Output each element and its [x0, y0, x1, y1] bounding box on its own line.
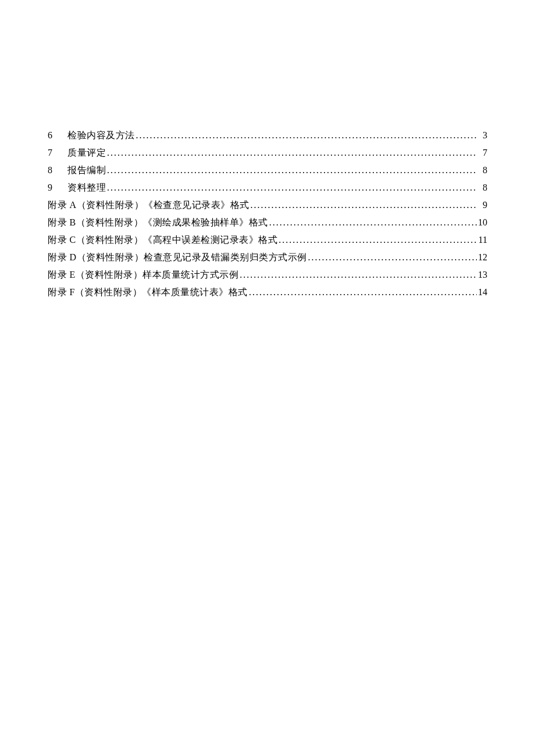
toc-label: 资料整理 [67, 183, 106, 192]
toc-page: 9 [477, 200, 487, 210]
toc-appendix-entry: 附录 A（资料性附录）《检查意见记录表》格式 9 [48, 200, 487, 210]
toc-page: 3 [477, 131, 487, 140]
toc-leader [248, 288, 477, 297]
toc-leader [106, 148, 477, 157]
toc-number: 9 [48, 183, 67, 192]
toc-container: 6 检验内容及方法 3 7 质量评定 7 8 报告编制 8 9 资料整理 8 附… [48, 131, 487, 305]
toc-appendix-entry: 附录 D（资料性附录）检查意见记录及错漏类别归类方式示例 12 [48, 253, 487, 262]
toc-entry: 6 检验内容及方法 3 [48, 131, 487, 140]
toc-number: 8 [48, 166, 67, 175]
toc-leader [277, 235, 477, 245]
toc-entry: 7 质量评定 7 [48, 148, 487, 157]
toc-page: 8 [477, 183, 487, 192]
toc-label: 附录 E（资料性附录）样本质量统计方式示例 [48, 270, 238, 280]
toc-label: 报告编制 [67, 166, 106, 175]
toc-page: 11 [477, 235, 487, 245]
toc-label: 附录 C（资料性附录）《高程中误差检测记录表》格式 [48, 235, 277, 245]
toc-appendix-entry: 附录 F（资料性附录）《样本质量统计表》格式 14 [48, 288, 487, 297]
toc-leader [307, 253, 477, 262]
toc-label: 附录 A（资料性附录）《检查意见记录表》格式 [48, 200, 249, 210]
toc-page: 7 [477, 148, 487, 157]
toc-number: 7 [48, 148, 67, 157]
toc-appendix-entry: 附录 C（资料性附录）《高程中误差检测记录表》格式 11 [48, 235, 487, 245]
toc-leader [249, 200, 477, 210]
toc-page: 13 [477, 270, 487, 280]
toc-entry: 9 资料整理 8 [48, 183, 487, 192]
toc-leader [268, 218, 477, 227]
toc-number: 6 [48, 131, 67, 140]
toc-entry: 8 报告编制 8 [48, 166, 487, 175]
toc-leader [106, 183, 477, 192]
toc-label: 附录 B（资料性附录）《测绘成果检验抽样单》格式 [48, 218, 268, 227]
toc-page: 12 [477, 253, 487, 262]
toc-leader [135, 131, 477, 140]
toc-leader [106, 166, 477, 175]
toc-page: 8 [477, 166, 487, 175]
toc-leader [238, 270, 477, 280]
toc-page: 14 [477, 288, 487, 297]
toc-label: 质量评定 [67, 148, 106, 157]
toc-appendix-entry: 附录 E（资料性附录）样本质量统计方式示例 13 [48, 270, 487, 280]
toc-page: 10 [477, 218, 487, 227]
toc-label: 附录 F（资料性附录）《样本质量统计表》格式 [48, 288, 248, 297]
toc-label: 检验内容及方法 [67, 131, 135, 140]
toc-appendix-entry: 附录 B（资料性附录）《测绘成果检验抽样单》格式 10 [48, 218, 487, 227]
toc-label: 附录 D（资料性附录）检查意见记录及错漏类别归类方式示例 [48, 253, 307, 262]
